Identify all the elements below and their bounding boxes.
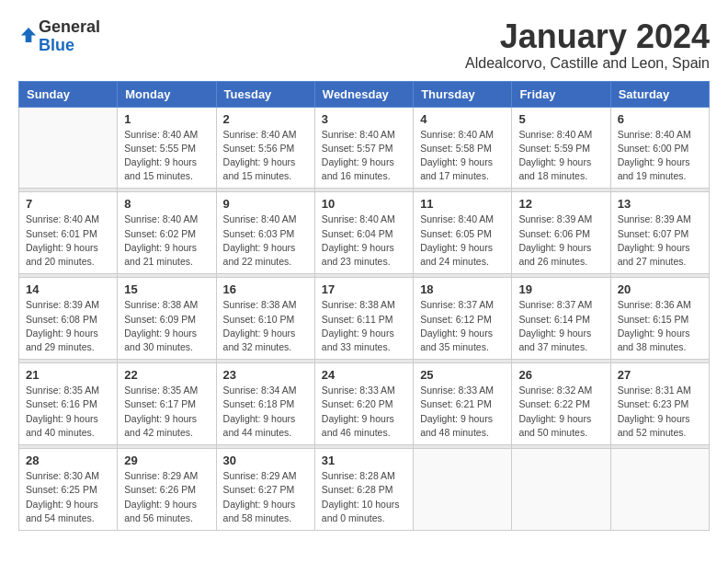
calendar-cell: 16Sunrise: 8:38 AMSunset: 6:10 PMDayligh… (216, 278, 314, 360)
calendar-cell (610, 449, 709, 531)
calendar-cell: 31Sunrise: 8:28 AMSunset: 6:28 PMDayligh… (314, 449, 413, 531)
day-number: 14 (26, 282, 110, 296)
day-number: 16 (223, 282, 308, 296)
calendar-title: January 2024 (465, 18, 710, 55)
day-number: 19 (518, 282, 603, 296)
day-number: 9 (223, 197, 308, 211)
week-row-5: 28Sunrise: 8:30 AMSunset: 6:25 PMDayligh… (19, 449, 710, 531)
calendar-cell: 1Sunrise: 8:40 AMSunset: 5:55 PMDaylight… (118, 107, 216, 189)
day-info: Sunrise: 8:29 AMSunset: 6:26 PMDaylight:… (124, 469, 209, 525)
day-info: Sunrise: 8:29 AMSunset: 6:27 PMDaylight:… (223, 469, 308, 525)
logo-icon (20, 25, 37, 45)
svg-marker-0 (21, 28, 36, 42)
weekday-header-wednesday: Wednesday (314, 81, 413, 107)
day-info: Sunrise: 8:28 AMSunset: 6:28 PMDaylight:… (322, 469, 406, 525)
day-info: Sunrise: 8:38 AMSunset: 6:11 PMDaylight:… (322, 298, 406, 354)
day-info: Sunrise: 8:33 AMSunset: 6:21 PMDaylight:… (420, 384, 505, 440)
day-number: 11 (420, 197, 505, 211)
day-info: Sunrise: 8:35 AMSunset: 6:16 PMDaylight:… (26, 384, 110, 440)
day-number: 7 (26, 197, 110, 211)
day-number: 31 (322, 454, 406, 467)
calendar-cell: 29Sunrise: 8:29 AMSunset: 6:26 PMDayligh… (118, 449, 216, 531)
calendar-cell: 14Sunrise: 8:39 AMSunset: 6:08 PMDayligh… (19, 278, 118, 360)
day-info: Sunrise: 8:32 AMSunset: 6:22 PMDaylight:… (518, 384, 603, 440)
day-info: Sunrise: 8:39 AMSunset: 6:08 PMDaylight:… (26, 298, 110, 354)
calendar-cell: 9Sunrise: 8:40 AMSunset: 6:03 PMDaylight… (216, 192, 314, 274)
logo-general-text: General (39, 17, 100, 36)
week-row-3: 14Sunrise: 8:39 AMSunset: 6:08 PMDayligh… (19, 278, 710, 360)
calendar-cell: 24Sunrise: 8:33 AMSunset: 6:20 PMDayligh… (314, 363, 413, 445)
day-number: 2 (223, 112, 308, 126)
calendar-cell: 10Sunrise: 8:40 AMSunset: 6:04 PMDayligh… (314, 192, 413, 274)
day-number: 30 (223, 454, 308, 467)
calendar-cell: 7Sunrise: 8:40 AMSunset: 6:01 PMDaylight… (19, 192, 118, 274)
day-number: 1 (124, 112, 209, 126)
day-info: Sunrise: 8:40 AMSunset: 5:55 PMDaylight:… (124, 128, 209, 184)
day-info: Sunrise: 8:40 AMSunset: 5:57 PMDaylight:… (322, 128, 406, 184)
day-info: Sunrise: 8:36 AMSunset: 6:15 PMDaylight:… (618, 298, 702, 354)
calendar-cell: 19Sunrise: 8:37 AMSunset: 6:14 PMDayligh… (512, 278, 610, 360)
logo-blue-text: Blue (39, 36, 74, 54)
calendar-cell: 4Sunrise: 8:40 AMSunset: 5:58 PMDaylight… (414, 107, 512, 189)
header: General Blue January 2024 Aldealcorvo, C… (18, 18, 710, 72)
calendar-cell: 17Sunrise: 8:38 AMSunset: 6:11 PMDayligh… (314, 278, 413, 360)
calendar-cell: 3Sunrise: 8:40 AMSunset: 5:57 PMDaylight… (314, 107, 413, 189)
day-number: 23 (223, 368, 308, 382)
logo: General Blue (18, 18, 100, 55)
day-info: Sunrise: 8:30 AMSunset: 6:25 PMDaylight:… (26, 469, 110, 525)
calendar-cell: 30Sunrise: 8:29 AMSunset: 6:27 PMDayligh… (216, 449, 314, 531)
day-number: 4 (420, 112, 505, 126)
weekday-header-sunday: Sunday (19, 81, 118, 107)
day-info: Sunrise: 8:37 AMSunset: 6:12 PMDaylight:… (420, 298, 505, 354)
calendar-cell: 20Sunrise: 8:36 AMSunset: 6:15 PMDayligh… (610, 278, 709, 360)
weekday-header-tuesday: Tuesday (216, 81, 314, 107)
weekday-header-row: SundayMondayTuesdayWednesdayThursdayFrid… (19, 81, 710, 107)
day-number: 22 (124, 368, 209, 382)
day-number: 17 (322, 282, 406, 296)
day-info: Sunrise: 8:40 AMSunset: 6:02 PMDaylight:… (124, 213, 209, 269)
calendar-table: SundayMondayTuesdayWednesdayThursdayFrid… (18, 81, 710, 531)
day-info: Sunrise: 8:35 AMSunset: 6:17 PMDaylight:… (124, 384, 209, 440)
day-info: Sunrise: 8:40 AMSunset: 6:03 PMDaylight:… (223, 213, 308, 269)
calendar-cell: 28Sunrise: 8:30 AMSunset: 6:25 PMDayligh… (19, 449, 118, 531)
day-number: 18 (420, 282, 505, 296)
calendar-cell: 12Sunrise: 8:39 AMSunset: 6:06 PMDayligh… (512, 192, 610, 274)
day-number: 24 (322, 368, 406, 382)
calendar-cell: 2Sunrise: 8:40 AMSunset: 5:56 PMDaylight… (216, 107, 314, 189)
calendar-cell (512, 449, 610, 531)
day-info: Sunrise: 8:31 AMSunset: 6:23 PMDaylight:… (618, 384, 702, 440)
calendar-cell: 25Sunrise: 8:33 AMSunset: 6:21 PMDayligh… (414, 363, 512, 445)
calendar-cell: 27Sunrise: 8:31 AMSunset: 6:23 PMDayligh… (610, 363, 709, 445)
weekday-header-friday: Friday (512, 81, 610, 107)
calendar-cell: 18Sunrise: 8:37 AMSunset: 6:12 PMDayligh… (414, 278, 512, 360)
day-number: 26 (518, 368, 603, 382)
day-number: 21 (26, 368, 110, 382)
day-info: Sunrise: 8:33 AMSunset: 6:20 PMDaylight:… (322, 384, 406, 440)
calendar-cell: 21Sunrise: 8:35 AMSunset: 6:16 PMDayligh… (19, 363, 118, 445)
day-info: Sunrise: 8:40 AMSunset: 5:58 PMDaylight:… (420, 128, 505, 184)
day-number: 13 (618, 197, 702, 211)
week-row-2: 7Sunrise: 8:40 AMSunset: 6:01 PMDaylight… (19, 192, 710, 274)
calendar-cell: 8Sunrise: 8:40 AMSunset: 6:02 PMDaylight… (118, 192, 216, 274)
day-number: 20 (618, 282, 702, 296)
calendar-cell: 6Sunrise: 8:40 AMSunset: 6:00 PMDaylight… (610, 107, 709, 189)
calendar-cell: 11Sunrise: 8:40 AMSunset: 6:05 PMDayligh… (414, 192, 512, 274)
day-number: 6 (618, 112, 702, 126)
day-number: 10 (322, 197, 406, 211)
calendar-cell: 15Sunrise: 8:38 AMSunset: 6:09 PMDayligh… (118, 278, 216, 360)
weekday-header-monday: Monday (118, 81, 216, 107)
day-info: Sunrise: 8:37 AMSunset: 6:14 PMDaylight:… (518, 298, 603, 354)
day-info: Sunrise: 8:40 AMSunset: 5:59 PMDaylight:… (518, 128, 603, 184)
day-info: Sunrise: 8:39 AMSunset: 6:06 PMDaylight:… (518, 213, 603, 269)
day-info: Sunrise: 8:40 AMSunset: 5:56 PMDaylight:… (223, 128, 308, 184)
day-number: 27 (618, 368, 702, 382)
day-info: Sunrise: 8:38 AMSunset: 6:10 PMDaylight:… (223, 298, 308, 354)
weekday-header-saturday: Saturday (610, 81, 709, 107)
day-number: 15 (124, 282, 209, 296)
day-number: 5 (518, 112, 603, 126)
calendar-cell: 5Sunrise: 8:40 AMSunset: 5:59 PMDaylight… (512, 107, 610, 189)
calendar-cell: 13Sunrise: 8:39 AMSunset: 6:07 PMDayligh… (610, 192, 709, 274)
day-number: 12 (518, 197, 603, 211)
day-info: Sunrise: 8:34 AMSunset: 6:18 PMDaylight:… (223, 384, 308, 440)
day-number: 29 (124, 454, 209, 467)
